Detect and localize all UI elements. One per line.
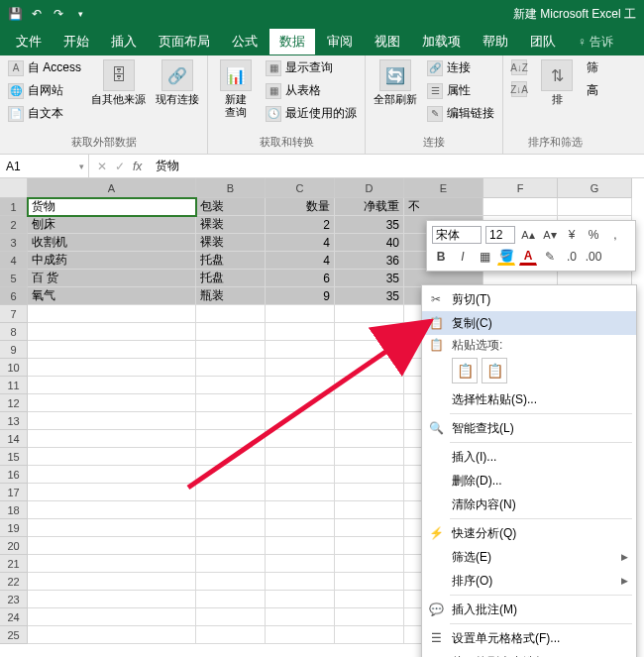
col-header-D[interactable]: D [335, 178, 404, 198]
cell[interactable]: 裸装 [196, 234, 266, 252]
menu-copy[interactable]: 📋复制(C) [422, 311, 636, 335]
comma-icon[interactable]: , [606, 226, 624, 244]
refresh-all-button[interactable]: 🔄全部刷新 [370, 57, 421, 108]
menu-cut[interactable]: ✂剪切(T) [422, 287, 636, 311]
row-header[interactable]: 1 [0, 198, 28, 216]
menu-insert[interactable]: 插入(I)... [422, 445, 636, 469]
cell[interactable] [196, 341, 266, 359]
cell[interactable]: 托盘 [196, 252, 266, 270]
redo-icon[interactable]: ↷ [52, 7, 65, 21]
row-header[interactable]: 14 [0, 430, 28, 448]
cell[interactable] [335, 377, 404, 394]
paste-option-1[interactable]: 📋 [452, 358, 478, 383]
tab-view[interactable]: 视图 [365, 29, 410, 55]
cell[interactable] [335, 519, 404, 537]
italic-icon[interactable]: I [454, 248, 472, 266]
col-header-C[interactable]: C [266, 178, 335, 198]
cell[interactable] [196, 537, 266, 555]
cell[interactable] [335, 412, 404, 430]
cell[interactable]: 9 [266, 287, 335, 305]
cell[interactable] [28, 448, 196, 466]
row-header[interactable]: 13 [0, 412, 28, 430]
cell[interactable]: 包装 [196, 198, 266, 216]
undo-icon[interactable]: ↶ [30, 7, 44, 21]
menu-format-cells[interactable]: ☰设置单元格格式(F)... [422, 626, 636, 650]
cell[interactable]: 6 [266, 270, 335, 287]
new-query-button[interactable]: 📊新建 查询 [212, 57, 260, 121]
edit-links-button[interactable]: ✎编辑链接 [423, 103, 498, 124]
properties-button[interactable]: ☰属性 [423, 80, 498, 101]
row-header[interactable]: 2 [0, 216, 28, 234]
tell-me[interactable]: ♀ 告诉 [568, 30, 623, 55]
cell[interactable] [335, 448, 404, 466]
font-color-icon[interactable]: A [519, 248, 537, 266]
cell[interactable]: 中成药 [28, 252, 196, 270]
menu-delete[interactable]: 删除(D)... [422, 469, 636, 493]
cell[interactable]: 4 [266, 252, 335, 270]
cell[interactable]: 40 [335, 234, 404, 252]
border-icon[interactable]: ▦ [476, 248, 493, 266]
cell[interactable] [266, 466, 335, 484]
select-all-corner[interactable] [0, 178, 28, 198]
col-header-G[interactable]: G [558, 178, 632, 198]
cell[interactable] [266, 412, 335, 430]
fill-color-icon[interactable]: 🪣 [497, 248, 515, 266]
cell[interactable] [558, 198, 632, 216]
cell[interactable] [335, 484, 404, 501]
percent-icon[interactable]: % [585, 226, 602, 244]
row-header[interactable]: 5 [0, 270, 28, 287]
cell[interactable]: 托盘 [196, 270, 266, 287]
cell[interactable] [196, 448, 266, 466]
show-queries-button[interactable]: ▦显示查询 [262, 57, 361, 78]
tab-insert[interactable]: 插入 [101, 29, 147, 55]
cell[interactable] [196, 466, 266, 484]
cell[interactable] [335, 359, 404, 377]
row-header[interactable]: 18 [0, 501, 28, 519]
menu-filter[interactable]: 筛选(E)▶ [422, 545, 636, 569]
cell[interactable]: 净载重 [335, 198, 404, 216]
increase-font-icon[interactable]: A▴ [519, 226, 537, 244]
tab-team[interactable]: 团队 [520, 29, 566, 55]
from-table-button[interactable]: ▦从表格 [262, 80, 361, 101]
cell[interactable] [266, 448, 335, 466]
format-painter-icon[interactable]: ✎ [541, 248, 559, 266]
cell[interactable] [28, 323, 196, 341]
row-header[interactable]: 17 [0, 484, 28, 501]
paste-option-2[interactable]: 📋 [482, 358, 507, 383]
row-header[interactable]: 16 [0, 466, 28, 484]
cell[interactable]: 氧气 [28, 287, 196, 305]
cell[interactable] [266, 377, 335, 394]
row-header[interactable]: 4 [0, 252, 28, 270]
cell[interactable] [266, 359, 335, 377]
cell[interactable] [28, 519, 196, 537]
cell[interactable] [266, 305, 335, 323]
row-header[interactable]: 19 [0, 519, 28, 537]
font-select[interactable]: 宋体 [432, 226, 482, 244]
cell[interactable] [28, 537, 196, 555]
cell[interactable] [266, 555, 335, 573]
bold-icon[interactable]: B [432, 248, 450, 266]
connections-button[interactable]: 🔗连接 [423, 57, 498, 78]
font-size-select[interactable]: 12 [485, 226, 515, 244]
cell[interactable] [335, 573, 404, 591]
row-header[interactable]: 6 [0, 287, 28, 305]
cell[interactable] [196, 323, 266, 341]
cell[interactable] [28, 501, 196, 519]
menu-dropdown-list[interactable]: 从下拉列表中选择(K)... [422, 650, 636, 657]
cell[interactable]: 35 [335, 287, 404, 305]
cell[interactable] [335, 501, 404, 519]
row-header[interactable]: 12 [0, 394, 28, 412]
cell[interactable] [483, 198, 558, 216]
row-header[interactable]: 8 [0, 323, 28, 341]
row-header[interactable]: 3 [0, 234, 28, 252]
cell[interactable] [196, 359, 266, 377]
existing-connections-button[interactable]: 🔗现有连接 [152, 57, 203, 108]
col-header-E[interactable]: E [404, 178, 483, 198]
cell[interactable] [196, 484, 266, 501]
row-header[interactable]: 15 [0, 448, 28, 466]
cell[interactable] [196, 555, 266, 573]
cell[interactable] [335, 608, 404, 626]
cell[interactable] [335, 430, 404, 448]
cell[interactable] [266, 591, 335, 608]
col-header-F[interactable]: F [483, 178, 558, 198]
